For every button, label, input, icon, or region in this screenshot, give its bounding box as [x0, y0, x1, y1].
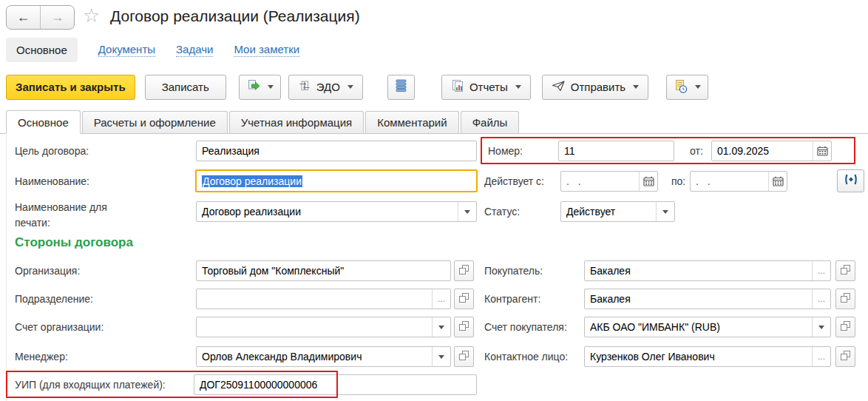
calendar-icon[interactable]: [768, 172, 787, 191]
edo-button[interactable]: ЭДО: [288, 75, 363, 100]
department-field[interactable]: ...: [196, 289, 451, 309]
dropdown-caret-icon: [268, 85, 274, 89]
open-buyer-button[interactable]: [835, 260, 855, 281]
valid-to-label: по:: [671, 175, 685, 187]
buyer-field[interactable]: Бакалея ...: [584, 260, 831, 281]
goal-label: Цель договора:: [15, 145, 89, 157]
valid-from-label: Действует с:: [484, 175, 544, 187]
buyer-account-value: АКБ ОАО "ИМБАНК" (RUB): [585, 321, 812, 333]
tab-accounting-info[interactable]: Учетная информация: [229, 111, 364, 133]
dropdown-caret-icon: [347, 85, 353, 89]
name-value-selected: Договор реализации: [202, 175, 302, 187]
number-field[interactable]: 11: [558, 141, 674, 161]
number-label: Номер:: [488, 145, 523, 157]
ellipsis-picker-button[interactable]: ...: [812, 347, 830, 366]
tab-comment[interactable]: Комментарий: [365, 111, 458, 133]
organization-label: Организация:: [15, 265, 80, 277]
history-nav-group: ← →: [6, 5, 75, 30]
organization-field[interactable]: Торговый дом "Комплексный": [196, 260, 451, 281]
open-manager-button[interactable]: [454, 346, 474, 367]
discussions-button[interactable]: [837, 169, 864, 192]
status-value: Действует: [561, 206, 656, 218]
open-buyer-account-button[interactable]: [835, 317, 855, 337]
report-chart-icon: [451, 79, 464, 95]
date-label: от:: [690, 145, 703, 157]
print-name-field[interactable]: Договор реализации: [196, 201, 477, 222]
dropdown-button[interactable]: [812, 317, 830, 337]
tab-calculations[interactable]: Расчеты и оформление: [82, 111, 228, 133]
valid-from-field[interactable]: . .: [560, 171, 658, 192]
date-value: 01.09.2025: [712, 145, 813, 157]
dropdown-button[interactable]: [432, 347, 450, 366]
structure-button[interactable]: [387, 75, 415, 100]
manager-field[interactable]: Орлов Александр Владимирович: [196, 346, 451, 367]
scheduled-doc-button[interactable]: [666, 75, 708, 100]
nav-item-main[interactable]: Основное: [6, 38, 78, 62]
discussions-icon: [844, 174, 858, 188]
print-name-value: Договор реализации: [197, 206, 458, 218]
counterparty-value: Бакалея: [585, 293, 812, 305]
save-button[interactable]: Записать: [145, 75, 226, 100]
tab-files[interactable]: Файлы: [461, 111, 520, 133]
create-based-on-button[interactable]: [239, 75, 281, 100]
nav-item-notes[interactable]: Мои заметки: [234, 43, 299, 56]
chevron-down-icon: [438, 326, 444, 329]
uip-label: УИП (для входящих платежей):: [15, 379, 166, 391]
nav-item-documents[interactable]: Документы: [98, 43, 155, 56]
number-value: 11: [559, 145, 674, 157]
form-left-edge: [6, 135, 7, 401]
chevron-down-icon: [818, 326, 824, 329]
calendar-icon[interactable]: [639, 172, 657, 191]
manager-label: Менеджер:: [15, 351, 68, 363]
open-form-icon: [459, 320, 469, 334]
buyer-label: Покупатель:: [484, 265, 543, 277]
open-contact-button[interactable]: [835, 346, 855, 367]
open-organization-button[interactable]: [454, 260, 474, 281]
department-label: Подразделение:: [15, 293, 93, 305]
print-name-label: Наименование для печати:: [15, 200, 140, 231]
save-and-close-button[interactable]: Записать и закрыть: [6, 75, 135, 100]
valid-to-field[interactable]: . .: [690, 171, 787, 192]
buyer-account-field[interactable]: АКБ ОАО "ИМБАНК" (RUB): [584, 317, 831, 337]
send-button[interactable]: Отправить: [542, 75, 648, 100]
valid-to-value: . .: [691, 175, 768, 187]
chevron-down-icon: [438, 355, 444, 359]
status-label: Статус:: [484, 206, 520, 218]
back-arrow-icon[interactable]: ←: [7, 6, 40, 29]
manager-value: Орлов Александр Владимирович: [197, 351, 432, 363]
open-form-icon: [459, 292, 469, 306]
valid-from-value: . .: [561, 175, 639, 187]
nav-item-tasks[interactable]: Задачи: [176, 43, 213, 56]
org-account-field[interactable]: [196, 317, 451, 337]
favorite-star-icon[interactable]: ☆: [83, 6, 100, 25]
org-account-label: Счет организации:: [15, 321, 104, 333]
dropdown-button[interactable]: [656, 202, 674, 221]
tab-main[interactable]: Основное: [6, 110, 81, 134]
contact-label: Контактное лицо:: [484, 351, 568, 363]
ellipsis-picker-button[interactable]: ...: [812, 289, 830, 309]
forward-arrow-icon[interactable]: →: [40, 6, 74, 29]
dropdown-button[interactable]: [458, 202, 476, 221]
create-based-on-icon: [246, 79, 260, 95]
reports-button[interactable]: Отчеты: [441, 75, 531, 100]
open-form-icon: [841, 320, 850, 334]
open-form-icon: [841, 264, 850, 277]
ellipsis-picker-button[interactable]: ...: [432, 289, 450, 309]
open-department-button[interactable]: [454, 289, 474, 309]
calendar-icon[interactable]: [813, 141, 831, 161]
contact-field[interactable]: Курзенков Олег Иванович ...: [584, 346, 831, 367]
ellipsis-picker-button[interactable]: ...: [812, 261, 830, 280]
open-form-icon: [841, 292, 850, 306]
open-org-account-button[interactable]: [454, 317, 474, 337]
date-field[interactable]: 01.09.2025: [711, 141, 832, 161]
counterparty-field[interactable]: Бакалея ...: [584, 289, 831, 309]
chevron-down-icon: [464, 210, 470, 214]
name-field[interactable]: Договор реализации: [195, 169, 478, 192]
uip-field[interactable]: ДОГ25091100000000006: [194, 374, 477, 395]
status-field[interactable]: Действует: [560, 201, 675, 222]
goal-field[interactable]: Реализация: [196, 141, 477, 161]
open-counterparty-button[interactable]: [835, 289, 855, 309]
buyer-value: Бакалея: [585, 265, 812, 277]
uip-value: ДОГ25091100000000006: [194, 379, 476, 391]
dropdown-button[interactable]: [432, 317, 450, 337]
